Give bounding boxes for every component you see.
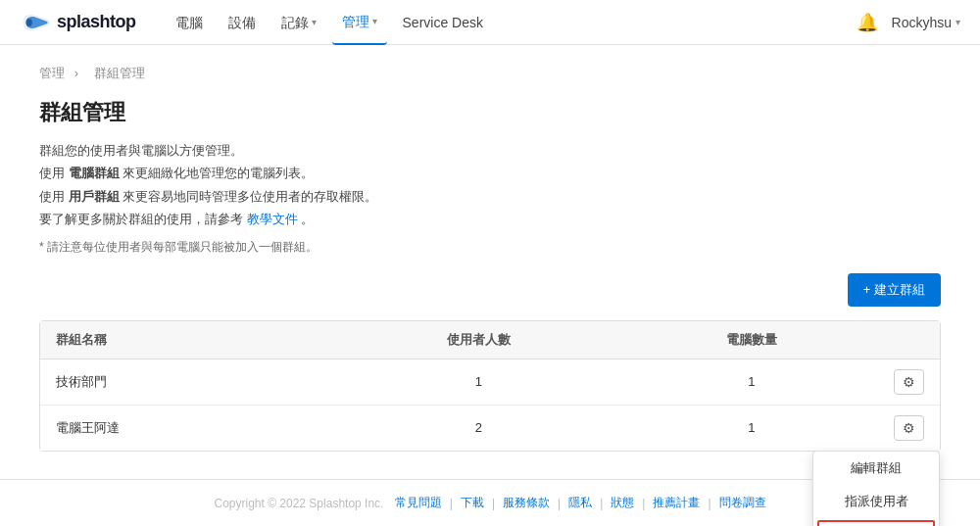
bell-icon[interactable]: 🔔 bbox=[857, 12, 878, 33]
note-text: * 請注意每位使用者與每部電腦只能被加入一個群組。 bbox=[39, 239, 941, 256]
chevron-down-icon: ▾ bbox=[312, 0, 317, 45]
user-label: Rockyhsu bbox=[892, 15, 952, 30]
desc-bold-user: 用戶群組 bbox=[69, 189, 120, 204]
nav-item-log[interactable]: 記錄 ▾ bbox=[271, 0, 326, 45]
svg-point-0 bbox=[26, 19, 32, 26]
breadcrumb-parent[interactable]: 管理 bbox=[39, 66, 65, 80]
footer-link-faq[interactable]: 常見問題 bbox=[395, 495, 442, 511]
main-content: 管理 › 群組管理 群組管理 群組您的使用者與電腦以方便管理。 使用 電腦群組 … bbox=[0, 45, 980, 479]
footer-link-privacy[interactable]: 隱私 bbox=[568, 495, 592, 511]
group-users: 2 bbox=[332, 405, 624, 451]
chevron-down-icon: ▾ bbox=[956, 17, 960, 27]
col-users: 使用者人數 bbox=[332, 321, 624, 359]
footer-link-download[interactable]: 下載 bbox=[461, 495, 484, 511]
group-computers: 1 bbox=[625, 359, 878, 405]
dropdown-menu: 編輯群組 指派使用者 指派電腦 bbox=[812, 451, 940, 526]
user-menu[interactable]: Rockyhsu ▾ bbox=[892, 15, 960, 30]
breadcrumb-separator: › bbox=[74, 66, 78, 80]
table-row: 技術部門 1 1 ⚙ bbox=[40, 359, 940, 405]
brand-name: splashtop bbox=[57, 12, 136, 32]
dropdown-item-assign-computer[interactable]: 指派電腦 bbox=[817, 520, 935, 526]
splashtop-logo-icon bbox=[20, 12, 51, 33]
breadcrumb: 管理 › 群組管理 bbox=[39, 65, 941, 82]
desc-line-2: 使用 電腦群組 來更細緻化地管理您的電腦列表。 bbox=[39, 162, 941, 184]
toolbar: + 建立群組 bbox=[39, 273, 941, 307]
dropdown-item-assign-user[interactable]: 指派使用者 bbox=[813, 485, 939, 518]
col-name: 群組名稱 bbox=[40, 321, 332, 359]
footer-sep: | bbox=[642, 497, 645, 510]
footer-copyright: Copyright © 2022 Splashtop Inc. bbox=[214, 497, 383, 510]
table-row: 電腦王阿達 2 1 ⚙ 編輯群組 指派使用者 指派電腦 bbox=[40, 405, 940, 451]
group-name: 技術部門 bbox=[40, 359, 332, 405]
footer-link-status[interactable]: 狀態 bbox=[611, 495, 634, 511]
nav-item-service-desk[interactable]: Service Desk bbox=[393, 0, 493, 45]
footer-sep: | bbox=[600, 497, 603, 510]
col-action bbox=[878, 321, 940, 359]
group-computers: 1 bbox=[625, 405, 878, 451]
brand-logo[interactable]: splashtop bbox=[20, 12, 136, 33]
footer-sep: | bbox=[708, 497, 710, 510]
nav-item-device[interactable]: 設備 bbox=[219, 0, 266, 45]
col-computers: 電腦數量 bbox=[625, 321, 878, 359]
nav-links: 電腦 設備 記錄 ▾ 管理 ▾ Service Desk bbox=[166, 0, 857, 45]
footer-sep: | bbox=[558, 497, 561, 510]
footer-link-referral[interactable]: 推薦計畫 bbox=[653, 495, 700, 511]
footer-sep: | bbox=[492, 497, 495, 510]
footer-link-survey[interactable]: 問卷調查 bbox=[719, 495, 766, 511]
chevron-down-icon: ▾ bbox=[372, 0, 377, 44]
gear-button-active[interactable]: ⚙ bbox=[894, 415, 924, 441]
group-users: 1 bbox=[332, 359, 624, 405]
page-description: 群組您的使用者與電腦以方便管理。 使用 電腦群組 來更細緻化地管理您的電腦列表。… bbox=[39, 139, 941, 231]
nav-item-manage[interactable]: 管理 ▾ bbox=[332, 0, 387, 45]
groups-table: 群組名稱 使用者人數 電腦數量 技術部門 1 1 ⚙ 電腦王阿達 2 bbox=[39, 320, 941, 452]
nav-right: 🔔 Rockyhsu ▾ bbox=[857, 12, 960, 33]
footer-sep: | bbox=[450, 497, 453, 510]
create-group-button[interactable]: + 建立群組 bbox=[848, 273, 941, 307]
action-cell: ⚙ bbox=[878, 359, 940, 405]
dropdown-item-edit[interactable]: 編輯群組 bbox=[813, 452, 939, 485]
desc-line-3: 使用 用戶群組 來更容易地同時管理多位使用者的存取權限。 bbox=[39, 185, 941, 208]
page-title: 群組管理 bbox=[39, 98, 941, 127]
table-header-row: 群組名稱 使用者人數 電腦數量 bbox=[40, 321, 940, 359]
breadcrumb-current: 群組管理 bbox=[94, 66, 145, 80]
group-name: 電腦王阿達 bbox=[40, 405, 332, 451]
navbar: splashtop 電腦 設備 記錄 ▾ 管理 ▾ Service Desk 🔔… bbox=[0, 0, 980, 45]
gear-button[interactable]: ⚙ bbox=[894, 369, 924, 395]
desc-line-1: 群組您的使用者與電腦以方便管理。 bbox=[39, 139, 941, 162]
action-cell-active: ⚙ 編輯群組 指派使用者 指派電腦 bbox=[878, 405, 940, 451]
nav-item-computer[interactable]: 電腦 bbox=[166, 0, 213, 45]
footer-link-terms[interactable]: 服務條款 bbox=[503, 495, 550, 511]
desc-bold-computer: 電腦群組 bbox=[69, 166, 120, 180]
tutorial-link[interactable]: 教學文件 bbox=[247, 212, 298, 226]
desc-line-4: 要了解更多關於群組的使用，請參考 教學文件 。 bbox=[39, 208, 941, 230]
